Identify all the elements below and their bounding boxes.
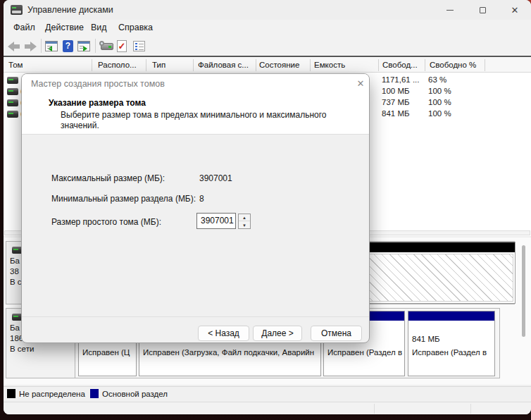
spinner-down-icon[interactable]: ▼ — [239, 222, 250, 229]
legend-primary: Основной раздел — [102, 390, 168, 398]
col-type[interactable]: Тип — [152, 61, 165, 69]
back-button[interactable]: < Назад — [198, 326, 249, 341]
volume-size-input[interactable]: 3907001 — [196, 213, 236, 229]
wizard-page-description: Выберите размер тома в пределах минималь… — [61, 110, 337, 131]
volume-icon — [7, 99, 18, 106]
volume-icon — [7, 77, 18, 84]
col-layout[interactable]: Располо... — [98, 61, 137, 69]
wizard-close-icon[interactable]: ✕ — [354, 77, 368, 91]
button-separator — [22, 316, 369, 317]
col-filesystem[interactable]: Файловая с... — [198, 61, 249, 69]
free-percent: 100 % — [428, 98, 451, 106]
volume-size-spinner: ▲ ▼ — [238, 214, 251, 229]
col-free[interactable]: Свобод... — [382, 61, 418, 69]
menu-action[interactable]: Действие — [45, 23, 84, 32]
partition-size: 841 МБ — [412, 335, 440, 343]
min-size-label: Минимальный размер раздела (МБ): — [51, 194, 196, 204]
free-percent: 63 % — [428, 75, 446, 84]
free-space: 737 МБ — [382, 98, 410, 106]
menu-help[interactable]: Справка — [118, 23, 153, 32]
disk-properties-icon[interactable] — [101, 43, 113, 50]
spinner-up-icon[interactable]: ▲ — [239, 214, 250, 221]
wizard-header: Мастер создания простых томов ✕ Указание… — [22, 74, 369, 135]
unallocated-swatch — [7, 389, 15, 398]
volume-icon — [7, 88, 18, 95]
new-simple-volume-wizard: Мастер создания простых томов ✕ Указание… — [21, 73, 370, 343]
col-free-pct[interactable]: Свободно % — [430, 61, 476, 69]
window-title: Управление дисками — [27, 5, 113, 15]
col-capacity[interactable]: Емкость — [314, 61, 345, 69]
col-status[interactable]: Состояние — [259, 61, 299, 69]
vertical-scrollbar[interactable] — [522, 245, 525, 337]
cancel-button[interactable]: Отмена — [311, 326, 362, 341]
disk-management-window: Управление дисками ✕ Файл Действие Вид С… — [4, 0, 531, 414]
max-size-value: 3907001 — [199, 173, 232, 183]
free-space: 841 МБ — [382, 109, 410, 118]
status-bar — [4, 402, 531, 414]
free-percent: 100 % — [428, 109, 451, 118]
free-space: 100 МБ — [382, 87, 410, 95]
action-check-icon[interactable]: ✓ — [117, 40, 127, 52]
free-percent: 100 % — [428, 87, 451, 95]
volume-icon — [7, 111, 18, 118]
min-size-value: 8 — [199, 194, 204, 204]
menu-bar: Файл Действие Вид Справка — [4, 20, 531, 37]
legend-bar: Не распределена Основной раздел — [4, 386, 531, 401]
next-button[interactable]: Далее > — [253, 326, 302, 341]
title-bar: Управление дисками ✕ — [4, 0, 531, 20]
back-arrow-icon[interactable] — [8, 42, 20, 51]
maximize-button[interactable] — [466, 0, 499, 20]
view-checklist-icon[interactable] — [133, 41, 145, 51]
close-button[interactable]: ✕ — [499, 0, 531, 20]
primary-swatch — [90, 389, 99, 398]
table-header: Том Располо... Тип Файловая с... Состоян… — [4, 58, 531, 73]
help-icon[interactable]: ? — [63, 40, 73, 52]
app-icon — [11, 5, 23, 15]
desktop-background: Управление дисками ✕ Файл Действие Вид С… — [0, 0, 531, 420]
partition-region[interactable]: 841 МБ Исправен (Раздел в — [408, 311, 495, 376]
minimize-button[interactable] — [434, 0, 466, 20]
forward-arrow-icon[interactable] — [25, 42, 37, 51]
primary-partition-band — [408, 311, 494, 321]
menu-view[interactable]: Вид — [91, 23, 107, 32]
legend-unallocated: Не распределена — [19, 390, 85, 398]
free-space: 1171,61 ... — [382, 75, 420, 84]
wizard-page-heading: Указание размера тома — [49, 98, 146, 108]
toolbar: ? ✓ — [4, 37, 531, 56]
menu-file[interactable]: Файл — [13, 23, 35, 32]
console-tree-right-icon[interactable] — [77, 41, 90, 51]
wizard-title: Мастер создания простых томов — [31, 79, 165, 89]
partition-status: Исправен (Раздел в — [412, 348, 487, 357]
console-tree-left-icon[interactable] — [45, 41, 58, 51]
max-size-label: Максимальный размер (МБ): — [51, 173, 165, 183]
simple-volume-size-label: Размер простого тома (МБ): — [51, 217, 161, 227]
col-volume[interactable]: Том — [8, 61, 23, 69]
